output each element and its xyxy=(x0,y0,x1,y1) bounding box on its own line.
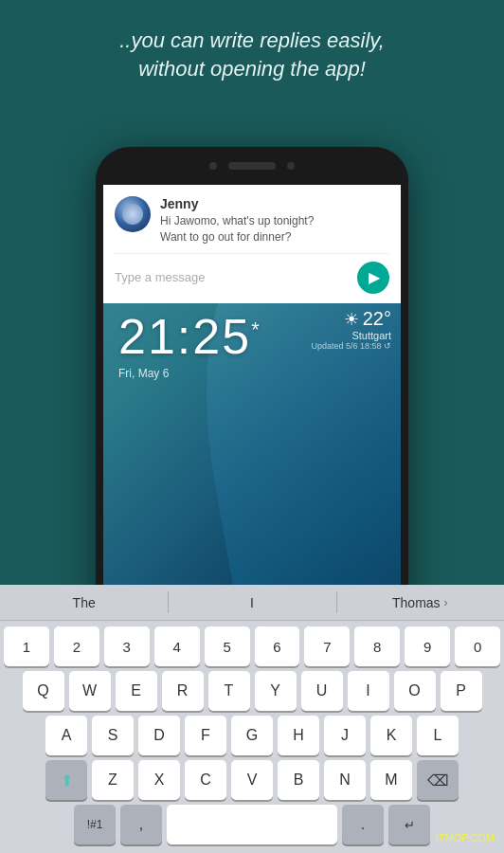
autocomplete-bar: The I Thomas › xyxy=(0,585,504,621)
weather-temperature: 22° xyxy=(363,308,391,330)
key-delete[interactable]: ⌫ xyxy=(417,760,459,800)
avatar-inner xyxy=(122,204,143,225)
key-space[interactable] xyxy=(167,805,337,844)
key-P[interactable]: P xyxy=(441,671,482,711)
avatar xyxy=(115,196,151,232)
key-X[interactable]: X xyxy=(138,760,180,800)
autocomplete-i[interactable]: I xyxy=(168,585,335,620)
key-9[interactable]: 9 xyxy=(405,626,450,666)
keyboard-area: The I Thomas › 1234567890 QWERTYUIOP ASD… xyxy=(0,585,504,853)
phone-camera-left xyxy=(209,162,217,170)
key-4[interactable]: 4 xyxy=(154,626,200,666)
key-A[interactable]: A xyxy=(45,716,87,755)
key-8[interactable]: 8 xyxy=(354,626,400,666)
autocomplete-option3: Thomas xyxy=(392,595,441,610)
key-row-numbers: 1234567890 xyxy=(4,626,500,666)
send-button[interactable]: ▶ xyxy=(357,262,389,294)
key-Y[interactable]: Y xyxy=(255,671,297,711)
send-icon: ▶ xyxy=(369,268,380,286)
key-F[interactable]: F xyxy=(185,716,226,755)
key-E[interactable]: E xyxy=(116,671,157,711)
weather-sun-icon: ☀ xyxy=(344,309,359,330)
key-3[interactable]: 3 xyxy=(104,626,150,666)
key-U[interactable]: U xyxy=(301,671,343,711)
key-row-bottom: !#1 , . ↵ xyxy=(4,805,500,844)
autocomplete-the[interactable]: The xyxy=(0,585,168,620)
message-line1: Hi Jawomo, what's up tonight? xyxy=(160,214,314,227)
key-7[interactable]: 7 xyxy=(304,626,350,666)
key-comma[interactable]: , xyxy=(120,805,162,844)
key-W[interactable]: W xyxy=(69,671,111,711)
key-M[interactable]: M xyxy=(370,760,412,800)
key-6[interactable]: 6 xyxy=(255,626,300,666)
message-line2: Want to go out for dinner? xyxy=(160,230,291,244)
key-J[interactable]: J xyxy=(324,716,366,755)
sender-name: Jenny xyxy=(160,196,389,211)
weather-city: Stuttgart xyxy=(311,330,391,341)
date-display: Fri, May 6 xyxy=(118,367,386,380)
phone-speaker xyxy=(228,162,276,170)
key-special-left[interactable]: !#1 xyxy=(74,805,116,844)
watermark: ITMOP.COM xyxy=(436,832,495,844)
key-V[interactable]: V xyxy=(231,760,273,800)
key-Z[interactable]: Z xyxy=(92,760,134,800)
key-row-z: ⬆ZXCVBNM⌫ xyxy=(4,760,500,800)
key-Q[interactable]: Q xyxy=(23,671,64,711)
input-placeholder: Type a message xyxy=(115,270,205,284)
key-row-a: ASDFGHJKL xyxy=(4,716,500,755)
weather-updated: Updated 5/6 18:58 ↺ xyxy=(311,341,391,351)
clock-time: 21:25 xyxy=(118,309,251,364)
phone-top-bar xyxy=(96,147,408,185)
key-I[interactable]: I xyxy=(348,671,389,711)
notification-header: Jenny Hi Jawomo, what's up tonight? Want… xyxy=(115,196,389,245)
reply-row: Type a message ▶ xyxy=(115,253,389,294)
key-shift[interactable]: ⬆ xyxy=(45,760,87,800)
key-O[interactable]: O xyxy=(394,671,436,711)
notification-card: Jenny Hi Jawomo, what's up tonight? Want… xyxy=(103,185,401,303)
key-1[interactable]: 1 xyxy=(4,626,49,666)
keyboard-rows: 1234567890 QWERTYUIOP ASDFGHJKL ⬆ZXCVBNM… xyxy=(0,621,504,853)
header-line1: ..you can write replies easily, xyxy=(119,28,385,52)
reply-input[interactable]: Type a message xyxy=(115,266,357,288)
key-B[interactable]: B xyxy=(278,760,319,800)
autocomplete-option2: I xyxy=(250,595,254,610)
key-0[interactable]: 0 xyxy=(455,626,500,666)
header-text: ..you can write replies easily, without … xyxy=(0,27,504,82)
key-return[interactable]: ↵ xyxy=(388,805,430,844)
key-R[interactable]: R xyxy=(162,671,204,711)
weather-top: ☀ 22° xyxy=(311,308,391,330)
key-L[interactable]: L xyxy=(417,716,459,755)
key-S[interactable]: S xyxy=(92,716,134,755)
weather-widget: ☀ 22° Stuttgart Updated 5/6 18:58 ↺ xyxy=(311,308,391,351)
key-K[interactable]: K xyxy=(370,716,412,755)
key-2[interactable]: 2 xyxy=(54,626,99,666)
autocomplete-thomas[interactable]: Thomas › xyxy=(336,585,504,620)
key-5[interactable]: 5 xyxy=(205,626,250,666)
key-period[interactable]: . xyxy=(342,805,384,844)
phone-sensor xyxy=(287,162,295,170)
key-N[interactable]: N xyxy=(324,760,366,800)
key-C[interactable]: C xyxy=(185,760,226,800)
key-G[interactable]: G xyxy=(231,716,273,755)
notification-content: Jenny Hi Jawomo, what's up tonight? Want… xyxy=(160,196,389,245)
key-D[interactable]: D xyxy=(138,716,180,755)
autocomplete-arrow: › xyxy=(444,596,448,609)
key-H[interactable]: H xyxy=(278,716,319,755)
key-row-q: QWERTYUIOP xyxy=(4,671,500,711)
autocomplete-option1: The xyxy=(73,595,96,610)
header-line2: without opening the app! xyxy=(138,57,366,81)
key-T[interactable]: T xyxy=(208,671,250,711)
clock-asterisk: * xyxy=(251,318,261,341)
message-text: Hi Jawomo, what's up tonight? Want to go… xyxy=(160,213,389,245)
